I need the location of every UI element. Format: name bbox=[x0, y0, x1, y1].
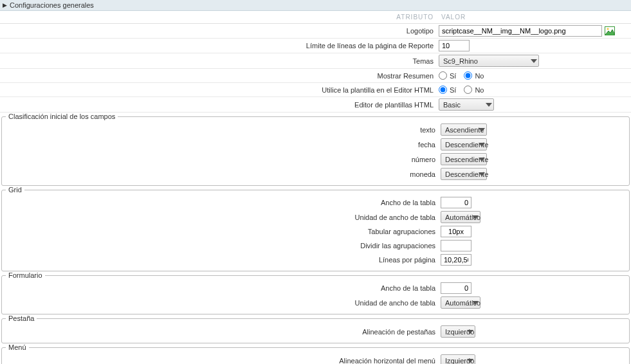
col-attr: Atributo bbox=[0, 11, 437, 23]
fieldset-clasif: Clasificación inicial de los campos text… bbox=[1, 116, 630, 186]
fieldset-tab: Pestaña Alineación de pestañas Izquierdo bbox=[1, 318, 630, 343]
grid-unidad-select[interactable]: Automático bbox=[441, 211, 480, 223]
label-grid-ancho: Ancho de la tabla bbox=[2, 197, 439, 208]
label-form-unidad: Unidad de ancho de tabla bbox=[2, 297, 439, 309]
toggle-icon: ▶ bbox=[3, 2, 7, 8]
legend-grid: Grid bbox=[6, 186, 24, 194]
menu-halign-select[interactable]: Izquierdo bbox=[441, 354, 475, 364]
row-grid-lineas: Líneas por página bbox=[2, 253, 629, 267]
grid-lineas-input[interactable] bbox=[441, 254, 471, 266]
svg-point-1 bbox=[607, 28, 608, 30]
grid-dividir-input[interactable] bbox=[441, 240, 471, 251]
chevron-down-icon bbox=[472, 301, 479, 305]
numero-select[interactable]: Descendiente bbox=[441, 153, 487, 165]
resumen-no-label: No bbox=[475, 72, 484, 80]
plantilla-si-label: Sí bbox=[450, 86, 456, 94]
label-menu-halign: Alineación horizontal del menú bbox=[2, 355, 439, 365]
label-texto: texto bbox=[2, 124, 439, 136]
chevron-down-icon bbox=[472, 215, 479, 219]
editor-select-value: Basic bbox=[443, 101, 461, 109]
row-texto: texto Ascendiente bbox=[2, 122, 629, 137]
row-plantilla: Utilice la plantilla en el Editor HTML S… bbox=[0, 83, 631, 97]
row-logo: Logotipo bbox=[0, 24, 631, 39]
row-editor: Editor de plantillas HTML Basic bbox=[0, 97, 631, 113]
chevron-down-icon bbox=[467, 359, 473, 363]
legend-form: Formulario bbox=[6, 271, 45, 279]
row-moneda: moneda Descendiente bbox=[2, 167, 629, 181]
temas-select-value: Sc9_Rhino bbox=[443, 57, 478, 65]
label-resumen: Mostrar Resumen bbox=[0, 70, 437, 82]
chevron-down-icon bbox=[479, 158, 485, 161]
label-grid-dividir: Dividir las agrupaciones bbox=[2, 240, 439, 251]
row-grid-dividir: Dividir las agrupaciones bbox=[2, 239, 629, 253]
label-numero: número bbox=[2, 154, 439, 165]
fieldset-form: Formulario Ancho de la tabla Unidad de a… bbox=[1, 275, 630, 314]
texto-select[interactable]: Ascendiente bbox=[441, 123, 487, 136]
chevron-down-icon bbox=[479, 172, 485, 176]
grid-ancho-input[interactable] bbox=[441, 197, 471, 208]
plantilla-no-radio[interactable] bbox=[464, 86, 472, 94]
label-form-ancho: Ancho de la tabla bbox=[2, 282, 439, 294]
label-grid-tabular: Tabular agrupaciones bbox=[2, 226, 439, 237]
row-temas: Temas Sc9_Rhino bbox=[0, 53, 631, 69]
resumen-radios: Sí No bbox=[439, 71, 490, 80]
chevron-down-icon bbox=[531, 59, 537, 63]
row-grid-tabular: Tabular agrupaciones bbox=[2, 224, 629, 239]
fieldset-grid: Grid Ancho de la tabla Unidad de ancho d… bbox=[1, 190, 630, 271]
label-grid-unidad: Unidad de ancho de tabla bbox=[2, 212, 439, 223]
row-limit: Límite de líneas de la página de Reporte bbox=[0, 39, 631, 53]
chevron-down-icon bbox=[479, 143, 485, 147]
row-grid-ancho: Ancho de la tabla bbox=[2, 196, 629, 210]
form-unidad-select[interactable]: Automático bbox=[441, 296, 480, 309]
label-temas: Temas bbox=[0, 55, 437, 67]
row-resumen: Mostrar Resumen Sí No bbox=[0, 69, 631, 83]
legend-clasif: Clasificación inicial de los campos bbox=[6, 113, 118, 120]
label-editor: Editor de plantillas HTML bbox=[0, 99, 437, 111]
resumen-si-radio[interactable] bbox=[439, 71, 447, 80]
row-grid-unidad: Unidad de ancho de tabla Automático bbox=[2, 210, 629, 224]
row-form-unidad: Unidad de ancho de tabla Automático bbox=[2, 295, 629, 310]
row-numero: número Descendiente bbox=[2, 152, 629, 167]
tab-align-select[interactable]: Izquierdo bbox=[441, 325, 475, 338]
image-picker-icon[interactable] bbox=[605, 26, 615, 35]
row-form-ancho: Ancho de la tabla bbox=[2, 281, 629, 295]
plantilla-radios: Sí No bbox=[439, 86, 490, 94]
label-fecha: fecha bbox=[2, 139, 439, 150]
plantilla-no-label: No bbox=[475, 86, 484, 94]
label-plantilla: Utilice la plantilla en el Editor HTML bbox=[0, 84, 437, 96]
resumen-si-label: Sí bbox=[450, 72, 456, 80]
plantilla-si-radio[interactable] bbox=[439, 86, 447, 94]
logo-input[interactable] bbox=[439, 25, 602, 37]
moneda-select[interactable]: Descendiente bbox=[441, 168, 487, 180]
editor-select[interactable]: Basic bbox=[439, 98, 494, 111]
fecha-select[interactable]: Descendiente bbox=[441, 138, 487, 150]
label-logo: Logotipo bbox=[0, 25, 437, 37]
row-tab-align: Alineación de pestañas Izquierdo bbox=[2, 324, 629, 339]
limit-input[interactable] bbox=[439, 40, 470, 51]
column-headers: Atributo Valor bbox=[0, 11, 631, 24]
fieldset-menu: Menú Alineación horizontal del menú Izqu… bbox=[1, 347, 630, 364]
legend-menu: Menú bbox=[6, 343, 29, 351]
resumen-no-radio[interactable] bbox=[464, 71, 472, 80]
chevron-down-icon bbox=[486, 103, 492, 107]
legend-tab: Pestaña bbox=[6, 314, 37, 322]
form-ancho-input[interactable] bbox=[441, 282, 471, 294]
label-grid-lineas: Líneas por página bbox=[2, 254, 439, 266]
col-val: Valor bbox=[437, 11, 631, 23]
row-menu-halign: Alineación horizontal del menú Izquierdo bbox=[2, 353, 629, 364]
label-limit: Límite de líneas de la página de Reporte bbox=[0, 40, 437, 51]
chevron-down-icon bbox=[467, 330, 473, 334]
label-tab-align: Alineación de pestañas bbox=[2, 326, 439, 338]
temas-select[interactable]: Sc9_Rhino bbox=[439, 55, 539, 67]
grid-tabular-input[interactable] bbox=[441, 226, 471, 237]
row-fecha: fecha Descendiente bbox=[2, 137, 629, 152]
label-moneda: moneda bbox=[2, 168, 439, 180]
section-header[interactable]: ▶ Configuraciones generales bbox=[0, 0, 631, 11]
chevron-down-icon bbox=[479, 128, 485, 132]
section-title: Configuraciones generales bbox=[10, 1, 94, 9]
